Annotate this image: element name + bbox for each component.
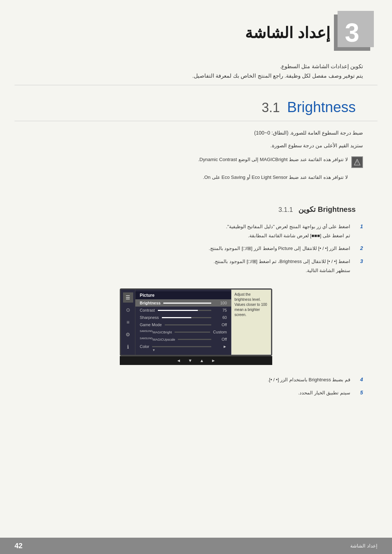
step-1: 1 اضغط على أي زر بواجهة المنتج لعرض "دلي… xyxy=(29,223,363,239)
nav-btn-left[interactable]: ◄ xyxy=(176,358,181,363)
menu-row-gamemode[interactable]: Game Mode Off xyxy=(135,321,231,328)
step-3-number: 3 xyxy=(356,258,363,264)
menu-bar-color: ▼ xyxy=(152,346,211,347)
menu-row-sharpness[interactable]: Sharpness 60 xyxy=(135,314,231,321)
footer-page-number: 42 xyxy=(15,542,23,550)
brightness-range-text: ضبط درجة السطوع العامة للصورة. (النطاق: … xyxy=(29,128,363,138)
header-section: إعداد الشاشة 3 xyxy=(0,0,392,58)
svg-text:!: ! xyxy=(356,161,358,165)
menu-label-sharpness: Sharpness xyxy=(140,315,159,320)
step-3-text2: ستظهر الشاشة التالية. xyxy=(214,267,350,275)
monitor-screen: ☰ ⊙ ≡ ⚙ ℹ Picture Brightness 100 xyxy=(120,288,272,356)
menu-value-brightness: 100 xyxy=(214,301,227,305)
sidebar-icon-picture: ⊙ xyxy=(123,305,133,315)
menu-bar-fill-sharpness xyxy=(162,317,192,318)
menu-bar-gamemode xyxy=(165,324,211,325)
desc-text-2: يتم توفير وصف مفصل لكل وظيفة. راجع المنت… xyxy=(29,71,363,81)
step-4: 4 قم بضبط Brightness باستخدام الزر [• / … xyxy=(29,376,363,384)
steps-4-5-section: 4 قم بضبط Brightness باستخدام الزر [• / … xyxy=(0,372,392,406)
nav-btn-up[interactable]: ▲ xyxy=(200,358,204,363)
step-1-number: 1 xyxy=(356,223,363,229)
menu-bar-sharpness xyxy=(162,317,211,318)
step-3-text1: اضغط [• / •] للانتقال إلى Brightness، ثم… xyxy=(214,258,350,266)
menu-label-gamemode: Game Mode xyxy=(140,323,162,327)
step-5-text: سيتم تطبيق الخيار المحدد. xyxy=(29,389,350,397)
chapter-title-block: إعداد الشاشة 3 xyxy=(245,15,370,51)
monitor-image: ☰ ⊙ ≡ ⚙ ℹ Picture Brightness 100 xyxy=(120,288,272,365)
step-3: 3 اضغط [• / •] للانتقال إلى Brightness، … xyxy=(29,258,363,274)
step-5: 5 سيتم تطبيق الخيار المحدد. xyxy=(29,389,363,397)
menu-title: Picture xyxy=(135,291,231,299)
sidebar-icon-adjust: ≡ xyxy=(123,317,133,327)
step-1-content: اضغط على أي زر بواجهة المنتج لعرض "دليل … xyxy=(226,223,350,239)
note-icon-1: ! xyxy=(351,156,363,168)
note-2: لا تتوافر هذه القائمة عند ضبط Eco Light … xyxy=(29,173,363,181)
divider xyxy=(15,85,377,85)
nav-btn-right[interactable]: ► xyxy=(211,358,216,363)
subsection-311-number: 3.1.1 xyxy=(278,206,293,214)
sidebar-icon-info: ℹ xyxy=(123,342,133,352)
section-31-content: ضبط درجة السطوع العامة للصورة. (النطاق: … xyxy=(0,121,392,194)
menu-row-brightness[interactable]: Brightness 100 xyxy=(135,299,231,307)
step-2: 2 اضغط الزر [• / •] للانتقال إلى Picture… xyxy=(29,245,363,253)
subsection-311-header: 3.1.1 تكوين Brightness xyxy=(15,198,377,219)
monitor-menu: Picture Brightness 100 Contrast xyxy=(135,290,231,355)
nav-btn-down[interactable]: ▼ xyxy=(188,358,192,363)
desc-section: تكوين إعدادات الشاشة مثل السطوع. يتم توف… xyxy=(0,58,392,82)
menu-label-color: Color xyxy=(140,344,149,349)
desc-text-1: تكوين إعدادات الشاشة مثل السطوع. xyxy=(29,62,363,71)
menu-label-brightness: Brightness xyxy=(140,301,160,305)
section-31-title: Brightness xyxy=(287,99,356,115)
menu-row-color[interactable]: Color ▼ ► xyxy=(135,343,231,350)
step-2-number: 2 xyxy=(356,245,363,251)
step-1-text2: ثم اضغط على [■■■] لعرض شاشة القائمة المط… xyxy=(226,232,350,240)
page: إعداد الشاشة 3 تكوين إعدادات الشاشة مثل … xyxy=(0,0,392,554)
note-text-2: لا تتوافر هذه القائمة عند ضبط Eco Light … xyxy=(29,173,348,181)
monitor-navbar: ◄ ▼ ▲ ► xyxy=(120,356,272,365)
brightness-desc-text: ستزيد القيم الأعلى من درجة سطوع الصورة. xyxy=(29,141,363,150)
step-2-text: اضغط الزر [• / •] للانتقال إلى Picture و… xyxy=(29,245,350,253)
page-footer: 42 إعداد الشاشة xyxy=(0,538,392,554)
menu-value-contrast: 75 xyxy=(214,308,227,312)
step-1-text1: اضغط على أي زر بواجهة المنتج لعرض "دليل … xyxy=(226,223,350,231)
sidebar-icon-gear: ⚙ xyxy=(123,329,133,340)
chapter-title: إعداد الشاشة xyxy=(245,24,330,42)
step-3-content: اضغط [• / •] للانتقال إلى Brightness، ثم… xyxy=(214,258,350,274)
menu-label-magicbright: SAMSUNGMAGICBright xyxy=(140,330,172,334)
menu-label-magicupscale: SAMSUNGMAGICUpscale xyxy=(140,337,175,341)
menu-value-color: ► xyxy=(214,344,227,349)
step-5-number: 5 xyxy=(356,390,363,395)
step-4-number: 4 xyxy=(356,377,363,382)
section-31-number: 3.1 xyxy=(262,100,280,115)
menu-bar-fill-brightness xyxy=(163,303,211,304)
menu-row-magicupscale[interactable]: SAMSUNGMAGICUpscale Off xyxy=(135,336,231,343)
menu-value-magicbright: Custom xyxy=(213,330,227,334)
subsection-311-title: تكوين Brightness xyxy=(298,205,356,214)
menu-bar-brightness xyxy=(163,303,211,304)
menu-value-magicupscale: Off xyxy=(214,337,227,341)
monitor-tooltip: Adjust the brightness level. Values clos… xyxy=(231,290,271,355)
footer-text: إعداد الشاشة xyxy=(350,543,377,549)
menu-bar-magicupscale xyxy=(178,339,211,340)
menu-bar-contrast xyxy=(158,310,211,311)
step-4-text: قم بضبط Brightness باستخدام الزر [• / •]… xyxy=(29,376,350,384)
sidebar-icon-menu: ☰ xyxy=(123,292,133,303)
monitor-container: ☰ ⊙ ≡ ⚙ ℹ Picture Brightness 100 xyxy=(29,288,363,365)
menu-value-sharpness: 60 xyxy=(214,315,227,320)
menu-value-gamemode: Off xyxy=(214,323,227,327)
menu-label-contrast: Contrast xyxy=(140,308,155,312)
steps-section: 1 اضغط على أي زر بواجهة المنتج لعرض "دلي… xyxy=(0,219,392,283)
note-text-1: لا تتوافر هذه القائمة عند ضبط MAGICBrigh… xyxy=(29,156,348,164)
chapter-number: 3 xyxy=(334,15,370,51)
section-31-header: 3.1 Brightness xyxy=(15,88,377,121)
note-1: ! لا تتوافر هذه القائمة عند ضبط MAGICBri… xyxy=(29,156,363,168)
monitor-sidebar: ☰ ⊙ ≡ ⚙ ℹ xyxy=(121,290,135,355)
menu-bar-magicbright xyxy=(175,332,210,333)
menu-row-contrast[interactable]: Contrast 75 xyxy=(135,307,231,314)
menu-bar-fill-contrast xyxy=(158,310,198,311)
menu-row-magicbright[interactable]: SAMSUNGMAGICBright Custom xyxy=(135,328,231,336)
